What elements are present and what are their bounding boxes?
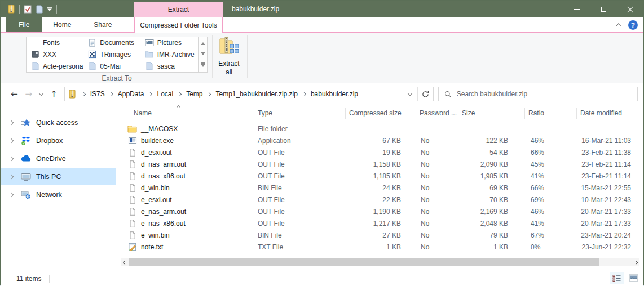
help-icon[interactable]: ?: [628, 20, 638, 30]
pale-file-icon[interactable]: [36, 5, 43, 14]
table-row[interactable]: d_nas_x86.outOUT File1,185 KBNo1,985 KB4…: [121, 170, 643, 182]
close-button[interactable]: [617, 1, 643, 17]
breadcrumb-segment[interactable]: Temp: [173, 90, 202, 98]
table-row[interactable]: d_esxi.outOUT File19 KBNo54 KB66%23-Feb-…: [121, 146, 643, 158]
extract-destination-acte-personale[interactable]: Acte-personale: [27, 60, 83, 72]
breadcrumb-segment[interactable]: Local: [144, 90, 173, 98]
tab-file[interactable]: File: [6, 17, 42, 32]
file-name-cell[interactable]: e_nas_x86.out: [121, 219, 254, 228]
table-row[interactable]: d_nas_arm.outOUT File1,158 KBNo2,090 KB4…: [121, 158, 643, 170]
table-row[interactable]: note.txtTXT File1 KBNo1 KB0%23-Jun-21 22…: [121, 241, 643, 253]
expand-chevron-icon[interactable]: [9, 174, 14, 178]
table-row[interactable]: e_nas_x86.outOUT File1,217 KBNo2,048 KB4…: [121, 217, 643, 229]
thumbnail-view-button[interactable]: [626, 272, 641, 284]
minimize-button[interactable]: [564, 1, 590, 17]
column-header-type[interactable]: Type: [254, 108, 346, 119]
scroll-up-icon[interactable]: [201, 42, 205, 45]
tab-home[interactable]: Home: [42, 17, 82, 32]
file-name-cell[interactable]: note.txt: [121, 243, 254, 251]
horizontal-scrollbar[interactable]: [121, 258, 639, 266]
extract-destination-imr-archive[interactable]: IMR-Archive: [141, 49, 198, 61]
file-name-cell[interactable]: e_esxi.out: [121, 195, 254, 204]
file-name-cell[interactable]: e_nas_arm.out: [121, 207, 254, 216]
maximize-button[interactable]: [590, 1, 617, 17]
destination-label: Acte-personale: [43, 62, 83, 70]
file-name-cell[interactable]: d_esxi.out: [121, 148, 254, 157]
expand-chevron-icon[interactable]: [9, 192, 14, 196]
refresh-button[interactable]: [417, 87, 433, 101]
search-input[interactable]: [457, 90, 620, 98]
sidebar-item-label: Network: [36, 191, 62, 199]
sidebar-item-dropbox[interactable]: Dropbox: [1, 132, 116, 149]
file-name-cell[interactable]: __MACOSX: [121, 125, 254, 133]
compressed-size-cell: 22 KB: [346, 196, 416, 204]
breadcrumb-segment[interactable]: Temp1_babukbuider.zip.zip: [202, 90, 297, 98]
sidebar-item-network[interactable]: Network: [1, 186, 116, 203]
table-row[interactable]: builder.exeApplication67 KBNo122 KB46%16…: [121, 135, 643, 146]
table-row[interactable]: e_win.binBIN File27 KBNo79 KB67%23-Mar-2…: [121, 229, 643, 241]
column-header-compressed-size[interactable]: Compressed size: [346, 108, 416, 119]
up-button[interactable]: ↑: [50, 89, 58, 99]
sidebar-item-onedrive[interactable]: OneDrive: [1, 150, 116, 167]
table-row[interactable]: e_esxi.outOUT File22 KBNo70 KB69%10-Mar-…: [121, 194, 643, 205]
extract-all-button[interactable]: Extract all: [214, 36, 244, 81]
tab-compressed-folder-tools[interactable]: Compressed Folder Tools: [134, 17, 223, 33]
file-type-cell: Application: [254, 137, 346, 145]
address-dropdown-icon[interactable]: [407, 91, 412, 95]
zip-file-icon[interactable]: [7, 5, 15, 14]
table-row[interactable]: d_win.binBIN File24 KBNo69 KB66%15-Mar-2…: [121, 182, 643, 194]
column-header-ratio[interactable]: Ratio: [525, 108, 577, 119]
expand-chevron-icon[interactable]: [9, 156, 14, 160]
scroll-left-icon[interactable]: [121, 258, 129, 266]
file-name: e_nas_x86.out: [141, 220, 186, 227]
forward-button[interactable]: →: [25, 89, 33, 99]
details-view-button[interactable]: [610, 272, 624, 284]
compressed-size-cell: 1 KB: [346, 243, 416, 251]
minimize-ribbon-icon[interactable]: [616, 23, 621, 29]
generic-file-icon: [127, 148, 137, 157]
table-row[interactable]: e_nas_arm.outOUT File1,190 KBNo2,169 KB4…: [121, 205, 643, 217]
scrollbar-thumb[interactable]: [129, 258, 599, 266]
column-header-date-modified[interactable]: Date modified: [577, 108, 638, 119]
sidebar-item-quick-access[interactable]: Quick access: [1, 114, 116, 131]
sidebar-item-label: Dropbox: [36, 137, 63, 145]
extract-destination-trimages[interactable]: TRimages: [83, 49, 140, 61]
gallery-more-icon[interactable]: [201, 62, 205, 67]
column-header-name[interactable]: Name: [121, 108, 254, 119]
extract-destination-fonts[interactable]: Fonts: [27, 37, 83, 49]
breadcrumb-segment[interactable]: AppData: [105, 90, 144, 98]
file-name-cell[interactable]: d_win.bin: [121, 184, 254, 193]
ribbon-separator: [247, 35, 248, 78]
file-name-cell[interactable]: e_win.bin: [121, 231, 254, 240]
file-name-cell[interactable]: d_nas_x86.out: [121, 172, 254, 181]
expand-chevron-icon[interactable]: [9, 120, 14, 124]
breadcrumb[interactable]: IS7SAppDataLocalTempTemp1_babukbuider.zi…: [64, 87, 434, 101]
scroll-right-icon[interactable]: [632, 258, 639, 266]
extract-destination-xxx[interactable]: XXX: [27, 49, 83, 61]
password-cell: No: [416, 137, 458, 145]
date-modified-cell: 23-Feb-21 11:38: [577, 149, 638, 157]
file-name-cell[interactable]: d_nas_arm.out: [121, 160, 254, 169]
table-row[interactable]: __MACOSXFile folder: [121, 123, 643, 135]
tab-share[interactable]: Share: [82, 17, 123, 32]
breadcrumb-segment[interactable]: IS7S: [77, 90, 105, 98]
column-header-size[interactable]: Size: [458, 108, 525, 119]
file-name-cell[interactable]: builder.exe: [121, 136, 254, 145]
file-name: __MACOSX: [141, 125, 178, 133]
extract-destination-pictures[interactable]: Pictures: [141, 37, 198, 49]
column-header-password[interactable]: Password ...: [416, 108, 458, 119]
breadcrumb-segment[interactable]: babukbuider.zip: [298, 90, 358, 98]
sidebar-item-this-pc[interactable]: This PC: [1, 168, 116, 185]
extract-destination-05-mai[interactable]: 05-Mai: [83, 60, 140, 72]
expand-chevron-icon[interactable]: [9, 138, 14, 142]
gallery-scrollbar[interactable]: [198, 37, 207, 72]
back-button[interactable]: ←: [11, 89, 18, 99]
customize-arrow-icon[interactable]: [47, 7, 52, 12]
recent-locations-icon[interactable]: [39, 91, 43, 95]
scroll-down-icon[interactable]: [201, 52, 205, 55]
size-cell: 69 KB: [458, 184, 525, 192]
checked-document-icon[interactable]: [24, 5, 32, 14]
extract-destination-documents[interactable]: Documents: [83, 37, 140, 49]
generic-file-icon: [127, 184, 137, 193]
extract-destination-sasca[interactable]: sasca: [141, 60, 198, 72]
